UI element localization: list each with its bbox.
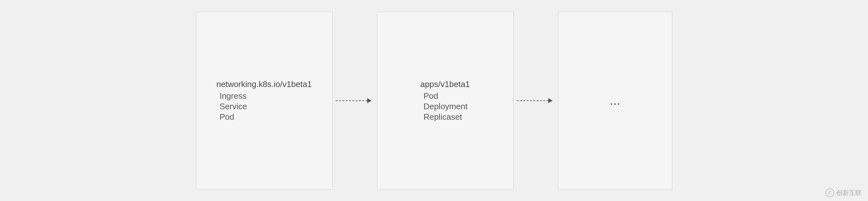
arrow-head-1 — [367, 98, 372, 103]
watermark-text: 创新互联 — [836, 189, 862, 197]
dashed-arrow-2 — [517, 100, 555, 101]
watermark-icon-letter: C — [828, 190, 832, 195]
main-container: networking.k8s.io/v1beta1 Ingress Servic… — [0, 0, 868, 201]
arrow-2 — [514, 100, 558, 101]
box-networking-item-ingress: Ingress — [216, 91, 246, 101]
box-more: ... — [558, 12, 672, 190]
box-networking: networking.k8s.io/v1beta1 Ingress Servic… — [196, 12, 333, 190]
arrow-1 — [333, 100, 377, 101]
box-networking-item-service: Service — [216, 102, 247, 111]
box-more-content: ... — [610, 93, 620, 108]
box-networking-content: networking.k8s.io/v1beta1 Ingress Servic… — [216, 79, 312, 122]
box-more-ellipsis: ... — [610, 93, 620, 108]
box-apps-item-deployment: Deployment — [420, 102, 467, 111]
box-networking-title: networking.k8s.io/v1beta1 — [216, 79, 312, 89]
box-apps-title: apps/v1beta1 — [420, 79, 470, 89]
box-apps-content: apps/v1beta1 Pod Deployment Replicaset — [420, 79, 470, 122]
box-apps-item-pod: Pod — [420, 91, 438, 101]
dashed-arrow-1 — [336, 100, 374, 101]
watermark: C 创新互联 — [826, 188, 862, 197]
dashed-line-2 — [517, 100, 549, 101]
box-apps: apps/v1beta1 Pod Deployment Replicaset — [377, 12, 514, 190]
box-networking-item-pod: Pod — [216, 112, 234, 122]
arrow-head-2 — [548, 98, 553, 103]
box-apps-item-replicaset: Replicaset — [420, 112, 462, 122]
watermark-icon: C — [826, 188, 834, 197]
dashed-line-1 — [336, 100, 368, 101]
